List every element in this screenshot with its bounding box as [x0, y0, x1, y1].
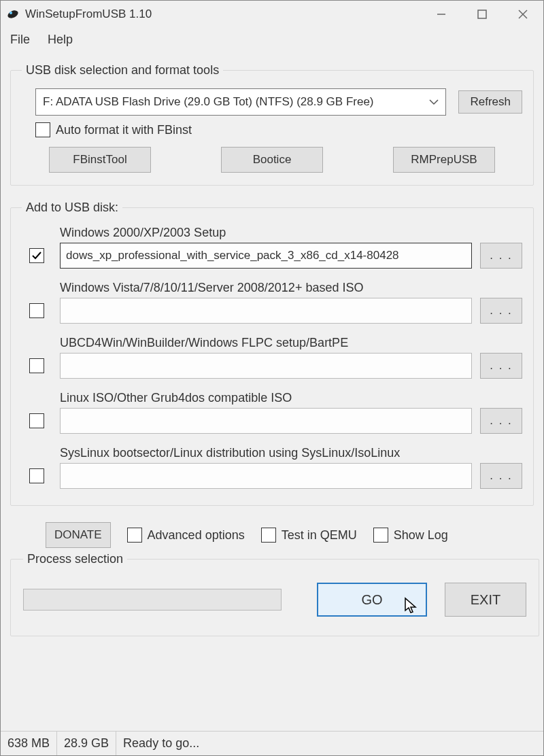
status-message: Ready to go...: [116, 732, 543, 755]
status-free: 28.9 GB: [57, 732, 116, 755]
advanced-label: Advanced options: [148, 528, 245, 543]
exit-button[interactable]: EXIT: [445, 583, 526, 617]
add-usb-legend: Add to USB disk:: [22, 201, 122, 215]
add-item-path[interactable]: [60, 298, 472, 324]
add-item-label: UBCD4Win/WinBuilder/Windows FLPC setup/B…: [22, 336, 522, 350]
add-item-checkbox[interactable]: [29, 468, 44, 483]
add-item-label: SysLinux bootsector/Linux distribution u…: [22, 446, 522, 460]
add-item: Linux ISO/Other Grub4dos compatible ISO.…: [22, 391, 522, 434]
add-item-path[interactable]: [60, 353, 472, 379]
add-item-path[interactable]: [60, 408, 472, 434]
minimize-button[interactable]: [421, 1, 462, 28]
app-icon: [6, 7, 20, 21]
browse-button[interactable]: . . .: [480, 353, 522, 379]
options-row: DONATE Advanced options Test in QEMU Sho…: [10, 522, 534, 552]
status-bar: 638 MB 28.9 GB Ready to go...: [1, 731, 543, 755]
maximize-button[interactable]: [462, 1, 503, 28]
browse-button[interactable]: . . .: [480, 463, 522, 489]
test-qemu-label: Test in QEMU: [282, 528, 357, 543]
add-item-checkbox[interactable]: [29, 413, 44, 428]
showlog-label: Show Log: [394, 528, 448, 543]
rmprep-button[interactable]: RMPrepUSB: [393, 147, 495, 173]
chevron-down-icon: [429, 96, 439, 108]
test-qemu-checkbox[interactable]: [261, 528, 276, 543]
progress-bar: [23, 589, 282, 611]
svg-point-0: [7, 9, 19, 20]
disk-select[interactable]: F: ADATA USB Flash Drive (29.0 GB Tot) (…: [35, 88, 446, 116]
go-button[interactable]: GO: [317, 583, 427, 617]
title-bar: WinSetupFromUSB 1.10: [1, 1, 543, 28]
refresh-button[interactable]: Refresh: [458, 90, 522, 114]
menu-file[interactable]: File: [7, 31, 33, 49]
menu-help[interactable]: Help: [45, 31, 75, 49]
cursor-icon: [404, 597, 419, 618]
advanced-checkbox[interactable]: [127, 528, 142, 543]
usb-disk-group: USB disk selection and format tools F: A…: [10, 63, 534, 186]
add-item-label: Linux ISO/Other Grub4dos compatible ISO: [22, 391, 522, 405]
add-item-label: Windows Vista/7/8/10/11/Server 2008/2012…: [22, 281, 522, 295]
add-item: SysLinux bootsector/Linux distribution u…: [22, 446, 522, 489]
showlog-checkbox[interactable]: [373, 528, 388, 543]
disk-select-value: F: ADATA USB Flash Drive (29.0 GB Tot) (…: [43, 95, 374, 109]
browse-button[interactable]: . . .: [480, 243, 522, 269]
bootice-button[interactable]: Bootice: [221, 147, 323, 173]
process-legend: Process selection: [23, 552, 127, 566]
add-item-checkbox[interactable]: [29, 303, 44, 318]
status-size: 638 MB: [1, 732, 57, 755]
add-item-path[interactable]: [60, 463, 472, 489]
donate-button[interactable]: DONATE: [46, 522, 111, 548]
add-item-checkbox[interactable]: [29, 358, 44, 373]
autoformat-checkbox[interactable]: [35, 122, 50, 137]
menu-bar: File Help: [1, 28, 543, 51]
add-item-checkbox[interactable]: [29, 248, 44, 263]
svg-point-1: [10, 12, 12, 14]
add-usb-group: Add to USB disk: Windows 2000/XP/2003 Se…: [10, 201, 534, 506]
browse-button[interactable]: . . .: [480, 408, 522, 434]
window-title: WinSetupFromUSB 1.10: [25, 7, 421, 21]
close-button[interactable]: [503, 1, 543, 28]
add-item: UBCD4Win/WinBuilder/Windows FLPC setup/B…: [22, 336, 522, 379]
usb-disk-legend: USB disk selection and format tools: [22, 63, 223, 78]
fbinst-button[interactable]: FBinstTool: [49, 147, 151, 173]
browse-button[interactable]: . . .: [480, 298, 522, 324]
svg-rect-3: [478, 10, 486, 18]
autoformat-label: Auto format it with FBinst: [56, 123, 192, 137]
add-item-path[interactable]: dows_xp_professional_with_service_pack_3…: [60, 243, 472, 269]
add-item: Windows 2000/XP/2003 Setupdows_xp_profes…: [22, 226, 522, 269]
process-group: Process selection GO EXIT: [10, 552, 539, 636]
add-item: Windows Vista/7/8/10/11/Server 2008/2012…: [22, 281, 522, 324]
add-item-label: Windows 2000/XP/2003 Setup: [22, 226, 522, 240]
